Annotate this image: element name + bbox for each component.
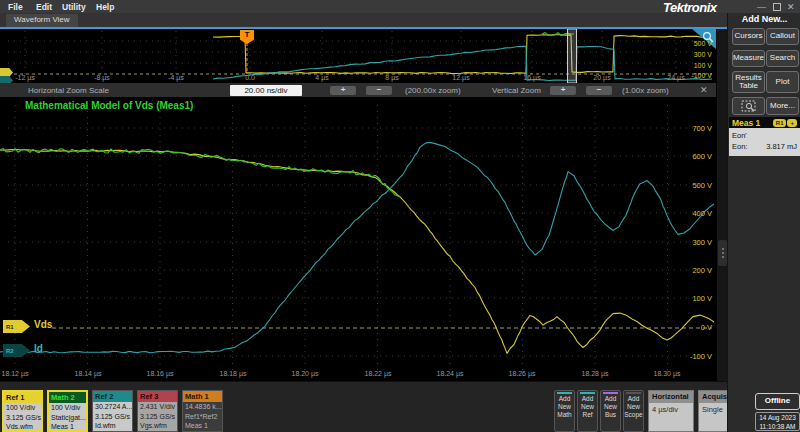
add-new-ref-button[interactable]: AddNewRef [577, 390, 598, 432]
h-zoom-minus-button[interactable]: − [366, 86, 392, 95]
button-line: Add [601, 395, 620, 403]
badge-math-2[interactable]: Math 2100 V/divStatic|gat...Meas 1 [47, 390, 88, 432]
overview-y-tick: 500 V [682, 40, 712, 47]
add-new-bus-button[interactable]: AddNewBus [600, 390, 621, 432]
badge-line: Vds.wfm [6, 422, 39, 430]
badge-line: Id.wfm [95, 421, 130, 431]
meas1-row2-value: 3.817 mJ [766, 141, 797, 152]
badge-title: Ref 2 [93, 391, 132, 402]
overview-x-tick: 0.0 [245, 74, 255, 81]
overview-x-tick: -12 µs [15, 74, 35, 81]
main-y-tick: 700 V [682, 124, 712, 133]
button-line: Ref [578, 411, 597, 419]
overview-x-tick: 4 µs [315, 74, 328, 81]
button-color-stripe [557, 392, 572, 394]
main-y-tick: 200 V [682, 266, 712, 275]
overview-x-tick: 20 µs [593, 74, 610, 81]
badge-body: 100 V/divStatic|gat...Meas 1 [49, 403, 86, 430]
menu-utility[interactable]: Utility [62, 2, 86, 12]
main-x-tick: 18.30 µs [654, 370, 681, 377]
badge-ref-3[interactable]: Ref 32.431 V/div3.125 GS/sVgs.wfm [137, 390, 178, 432]
menu-help[interactable]: Help [96, 2, 114, 12]
overview-y-tick: 100 V [682, 62, 712, 69]
badge-line: Meas 1 [51, 422, 84, 430]
meas1-row1-label: Eon' [732, 130, 747, 141]
badge-title: Ref 1 [4, 392, 41, 403]
button-color-stripe [580, 392, 595, 394]
horizontal-panel[interactable]: Horizontal 4 µs/div [648, 390, 694, 432]
vds-label: Vds [34, 319, 52, 330]
badge-line: 30.2724 A... [95, 402, 130, 412]
badge-line: 3.125 GS/s [6, 413, 39, 423]
sidebar-button-results-table[interactable]: Results Table [732, 71, 765, 93]
sidebar-button-measure[interactable]: Measure [732, 50, 765, 67]
badge-ref-2[interactable]: Ref 230.2724 A...3.125 GS/sId.wfm [92, 390, 133, 432]
main-x-tick: 18.22 µs [365, 370, 392, 377]
datetime-display: 14 Aug 2023 11:10:38 AM [755, 412, 800, 431]
badge-line: 3.125 GS/s [95, 412, 130, 422]
sidebar-button-search[interactable]: Search [766, 50, 799, 67]
offline-button[interactable]: Offline [755, 393, 800, 410]
meas1-result-body: Eon' Eon: 3.817 mJ [729, 128, 800, 156]
menu-file[interactable]: File [8, 2, 23, 12]
button-line: Scope [624, 411, 643, 419]
badge-body: 30.2724 A...3.125 GS/sId.wfm [93, 402, 132, 431]
time-text: 11:10:38 AM [756, 423, 799, 432]
menu-bar: File Edit Utility Help Tektronix — ✕ [0, 0, 800, 13]
main-plot: Mathematical Model of Vds (Meas1) R1 Vds… [0, 97, 716, 381]
scrollbar-handle[interactable] [718, 240, 727, 266]
menu-edit[interactable]: Edit [36, 2, 52, 12]
zoom-window-selector[interactable] [568, 29, 577, 83]
vertical-scrollbar[interactable] [716, 29, 727, 381]
badge-line: Vgs.wfm [140, 421, 175, 431]
zoom-close-icon[interactable]: ✕ [700, 85, 708, 95]
meas1-expand-icon[interactable]: + [787, 119, 797, 127]
badge-title: Math 2 [49, 392, 86, 403]
button-line: Add [555, 395, 574, 403]
badge-title: Math 1 [183, 391, 222, 402]
main-x-tick: 18.20 µs [292, 370, 319, 377]
overview-x-tick: -8 µs [94, 74, 110, 81]
h-zoom-scale-value[interactable]: 20.00 ns/div [230, 85, 302, 96]
v-zoom-plus-button[interactable]: + [550, 86, 576, 95]
meas1-result-header[interactable]: Meas 1 R1 + [729, 117, 800, 128]
h-zoom-plus-button[interactable]: + [330, 86, 356, 95]
v-zoom-factor: (1.00x zoom) [622, 86, 669, 95]
meas1-title: Meas 1 [732, 118, 773, 128]
badge-line: 14.4836 k... [185, 402, 220, 412]
sidebar-button-callout[interactable]: Callout [766, 28, 799, 45]
overview-y-tick: 300 V [682, 51, 712, 58]
overview-y-tick: -100 V [682, 72, 712, 79]
minimize-button[interactable]: — [757, 2, 766, 12]
button-line: Add [578, 395, 597, 403]
button-line: Math [555, 411, 574, 419]
badge-title: Ref 3 [138, 391, 177, 402]
main-x-tick: 18.14 µs [75, 370, 102, 377]
v-zoom-minus-button[interactable]: − [586, 86, 612, 95]
main-y-tick: 100 V [682, 294, 712, 303]
add-new-title: Add New... [728, 14, 800, 24]
close-button[interactable]: ✕ [787, 2, 795, 12]
badge-body: 100 V/div3.125 GS/sVds.wfm [4, 403, 41, 430]
id-label: Id [34, 343, 43, 354]
overview-plot: T -12 µs-8 µs-4 µs0.04 µs8 µs12 µs16 µs2… [0, 29, 716, 83]
main-y-tick: 500 V [682, 181, 712, 190]
maximize-button[interactable] [773, 3, 781, 11]
badge-ref-1[interactable]: Ref 1100 V/div3.125 GS/sVds.wfm [2, 390, 43, 432]
add-new-scope-button[interactable]: AddNewScope [623, 390, 644, 432]
tab-waveform-view[interactable]: Waveform View [6, 14, 78, 27]
sidebar-button-plot[interactable]: Plot [766, 71, 799, 93]
add-new-math-button[interactable]: AddNewMath [554, 390, 575, 432]
overview-x-tick: 8 µs [385, 74, 398, 81]
main-y-tick: -100 V [682, 352, 712, 361]
plot-title: Mathematical Model of Vds (Meas1) [25, 100, 193, 111]
badge-math-1[interactable]: Math 114.4836 k...Ref1*Ref2Meas 1 [182, 390, 223, 432]
main-waveforms [0, 97, 716, 381]
zoom-select-button[interactable] [732, 97, 765, 115]
selection-zoom-icon [741, 100, 757, 113]
badge-line: Meas 1 [185, 421, 220, 431]
sidebar: Add New... CursorsCalloutMeasureSearchRe… [727, 13, 800, 432]
button-line: New [555, 403, 574, 411]
sidebar-button-more[interactable]: More... [766, 97, 799, 115]
sidebar-button-cursors[interactable]: Cursors [732, 28, 765, 45]
